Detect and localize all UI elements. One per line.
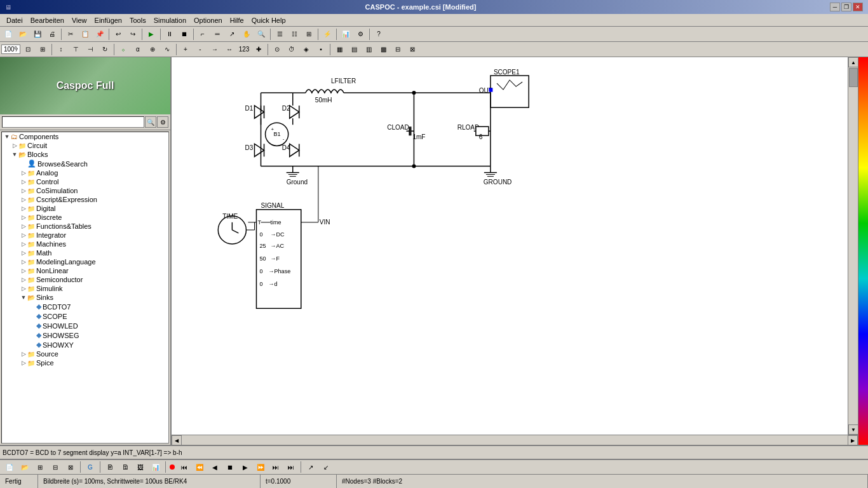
bt-tb3[interactable]: ⊠ bbox=[64, 461, 78, 473]
bt-tb1[interactable]: ⊞ bbox=[33, 461, 47, 473]
copy-button[interactable]: 📋 bbox=[78, 28, 92, 41]
expand-components[interactable]: ▼ bbox=[3, 133, 11, 140]
tree-nonlinear[interactable]: ▷ 📁 NonLinear bbox=[2, 266, 168, 275]
menu-datei[interactable]: Datei bbox=[3, 14, 27, 26]
tree-circuit[interactable]: ▷ 📁 Circuit bbox=[2, 141, 168, 150]
diode-btn[interactable]: ◈ bbox=[299, 43, 313, 56]
layout4-btn[interactable]: ▩ bbox=[376, 43, 390, 56]
zoom-input[interactable] bbox=[1, 44, 20, 54]
rot-btn[interactable]: ↻ bbox=[98, 43, 112, 56]
cut-button[interactable]: ✂ bbox=[64, 28, 78, 41]
menu-view[interactable]: View bbox=[68, 14, 91, 26]
conn-btn[interactable]: ⬦ bbox=[116, 43, 130, 56]
import-btn[interactable]: ↙ bbox=[319, 461, 333, 473]
menu-tools[interactable]: Tools bbox=[126, 14, 150, 26]
tree-integrator[interactable]: ▷ 📁 Integrator bbox=[2, 231, 168, 240]
exp-digital[interactable]: ▷ bbox=[20, 205, 27, 212]
list-btn[interactable]: ☰ bbox=[273, 28, 287, 41]
layout3-btn[interactable]: ▥ bbox=[362, 43, 376, 56]
snap-btn[interactable]: ↕ bbox=[54, 43, 68, 56]
layout2-btn[interactable]: ▤ bbox=[347, 43, 361, 56]
wire-btn[interactable]: ⌐ bbox=[196, 28, 210, 41]
tree-control[interactable]: ▷ 📁 Control bbox=[2, 177, 168, 186]
tree-cscript[interactable]: ▷ 📁 Cscript&Expression bbox=[2, 195, 168, 204]
exp-cscript[interactable]: ▷ bbox=[20, 196, 27, 203]
tree-scope[interactable]: ◆ SCOPE bbox=[2, 311, 168, 321]
exp-control[interactable]: ▷ bbox=[20, 179, 27, 185]
scope-btn[interactable]: 📊 bbox=[339, 28, 353, 41]
dist-btn[interactable]: ⊣ bbox=[83, 43, 97, 56]
search-config-button[interactable]: ⚙ bbox=[157, 116, 168, 128]
play-prev[interactable]: ◀ bbox=[208, 461, 222, 473]
tree-showseg[interactable]: ◆ SHOWSEG bbox=[2, 330, 168, 340]
play-btn[interactable]: ▶ bbox=[238, 461, 252, 473]
tree-spice[interactable]: ▷ 📁 Spice bbox=[2, 358, 168, 367]
bt-paste[interactable]: 🖺 bbox=[118, 461, 132, 473]
scroll-down-button[interactable]: ▼ bbox=[848, 424, 858, 435]
layout5-btn[interactable]: ⊟ bbox=[391, 43, 405, 56]
exp-semi[interactable]: ▷ bbox=[20, 276, 27, 283]
tree-digital[interactable]: ▷ 📁 Digital bbox=[2, 204, 168, 213]
exp-math[interactable]: ▷ bbox=[20, 250, 27, 256]
sim-btn[interactable]: ⚡ bbox=[320, 28, 334, 41]
tree-discrete[interactable]: ▷ 📁 Discrete bbox=[2, 213, 168, 222]
alpha-btn[interactable]: α bbox=[131, 43, 145, 56]
bt-img[interactable]: 🖼 bbox=[133, 461, 147, 473]
search-input[interactable] bbox=[2, 116, 144, 128]
tree-showxy[interactable]: ◆ SHOWXY bbox=[2, 340, 168, 349]
tree-blocks[interactable]: ▼ 📂 Blocks bbox=[2, 150, 168, 159]
tree-machines[interactable]: ▷ 📁 Machines bbox=[2, 240, 168, 248]
align-btn[interactable]: ⊤ bbox=[69, 43, 83, 56]
scroll-right-button[interactable]: ▶ bbox=[848, 435, 858, 445]
bt-scope[interactable]: 📊 bbox=[149, 461, 163, 473]
run-button[interactable]: ▶ bbox=[144, 28, 158, 41]
exp-simulink[interactable]: ▷ bbox=[20, 285, 27, 292]
grid-btn[interactable]: ⊞ bbox=[36, 43, 50, 56]
fit-btn[interactable]: ⊡ bbox=[21, 43, 35, 56]
bt-new[interactable]: 📄 bbox=[3, 461, 17, 473]
exp-cosim[interactable]: ▷ bbox=[20, 187, 27, 194]
node-btn[interactable]: ⊙ bbox=[270, 43, 284, 56]
layout1-btn[interactable]: ▦ bbox=[332, 43, 346, 56]
plus-btn[interactable]: + bbox=[179, 43, 193, 56]
scroll-left-button[interactable]: ◀ bbox=[172, 435, 182, 445]
prop-btn[interactable]: ⚙ bbox=[353, 28, 367, 41]
list2-btn[interactable]: ☷ bbox=[287, 28, 301, 41]
exp-machines[interactable]: ▷ bbox=[20, 241, 27, 247]
stop-btn[interactable]: ⏹ bbox=[177, 28, 191, 41]
exp-discrete[interactable]: ▷ bbox=[20, 214, 27, 220]
new-button[interactable]: 📄 bbox=[1, 28, 15, 41]
open-button[interactable]: 📂 bbox=[16, 28, 30, 41]
zoom-in-btn[interactable]: 🔍 bbox=[254, 28, 268, 41]
play-first[interactable]: ⏮ bbox=[177, 461, 191, 473]
tree-showled[interactable]: ◆ SHOWLED bbox=[2, 321, 168, 330]
search-button[interactable]: 🔍 bbox=[145, 116, 156, 128]
expand-circuit[interactable]: ▷ bbox=[11, 142, 18, 149]
expand-blocks[interactable]: ▼ bbox=[11, 151, 18, 158]
play-next-fast[interactable]: ⏭ bbox=[269, 461, 283, 473]
arrow3-btn[interactable]: ↔ bbox=[222, 43, 236, 56]
scroll-up-button[interactable]: ▲ bbox=[848, 57, 858, 67]
play-stop[interactable]: ⏹ bbox=[223, 461, 237, 473]
probe-btn[interactable]: ⊕ bbox=[146, 43, 159, 56]
close-button[interactable]: ✕ bbox=[853, 3, 863, 11]
exp-modeling[interactable]: ▷ bbox=[20, 259, 27, 265]
play-prev-fast[interactable]: ⏪ bbox=[193, 461, 207, 473]
redo-button[interactable]: ↪ bbox=[126, 28, 140, 41]
hand-btn[interactable]: ✋ bbox=[240, 28, 254, 41]
list3-btn[interactable]: ⊞ bbox=[302, 28, 316, 41]
tree-source[interactable]: ▷ 📁 Source bbox=[2, 349, 168, 358]
exp-analog[interactable]: ▷ bbox=[20, 170, 27, 176]
bt-tb2[interactable]: ⊟ bbox=[48, 461, 62, 473]
tree-browse-search[interactable]: 👤 Browse&Search bbox=[2, 159, 168, 168]
tree-components[interactable]: ▼ 🗂 Components bbox=[2, 132, 168, 141]
tree-cosimulation[interactable]: ▷ 📁 CoSimulation bbox=[2, 186, 168, 195]
paste-button[interactable]: 📌 bbox=[93, 28, 107, 41]
wave-btn[interactable]: ∿ bbox=[160, 43, 174, 56]
exp-integrator[interactable]: ▷ bbox=[20, 232, 27, 238]
bt-google[interactable]: G bbox=[83, 461, 97, 473]
cross-btn[interactable]: ✚ bbox=[252, 43, 266, 56]
exp-spice[interactable]: ▷ bbox=[20, 360, 27, 366]
menu-quick-help[interactable]: Quick Help bbox=[248, 14, 290, 26]
menu-bearbeiten[interactable]: Bearbeiten bbox=[27, 14, 68, 26]
